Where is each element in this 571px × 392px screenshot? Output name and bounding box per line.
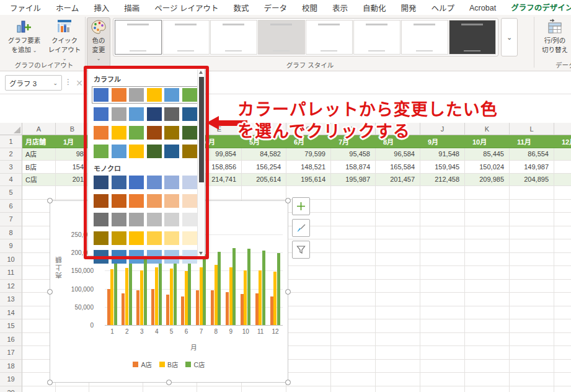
empty-cell[interactable] <box>331 386 376 392</box>
chart-handle-bottom-mid[interactable] <box>166 380 172 385</box>
row-header-14[interactable]: 14 <box>0 306 22 320</box>
row-header-1[interactable]: 1 <box>0 135 22 148</box>
empty-cell[interactable] <box>465 306 510 320</box>
empty-cell[interactable] <box>420 280 465 293</box>
empty-cell[interactable] <box>22 386 56 392</box>
tab-Acrobat[interactable]: Acrobat <box>462 1 503 14</box>
empty-cell[interactable] <box>286 333 331 347</box>
bar-C店-month-11[interactable] <box>262 251 265 325</box>
empty-cell[interactable] <box>286 293 331 306</box>
bar-B店-month-8[interactable] <box>215 265 218 325</box>
empty-cell[interactable] <box>510 253 554 267</box>
empty-cell[interactable] <box>420 360 465 373</box>
tab-グラフのデザイン[interactable]: グラフのデザイン <box>503 0 571 16</box>
bar-B店-month-12[interactable] <box>273 272 277 325</box>
empty-cell[interactable] <box>286 280 331 293</box>
empty-cell[interactable] <box>554 266 571 280</box>
row-header-12[interactable]: 12 <box>0 280 22 293</box>
chart-handle-mid-right[interactable] <box>285 289 291 295</box>
bar-B店-month-7[interactable] <box>200 267 203 325</box>
empty-cell[interactable] <box>376 239 420 253</box>
empty-cell[interactable] <box>376 386 420 392</box>
table-cell[interactable]: 209,985 <box>465 174 510 187</box>
empty-cell[interactable] <box>420 213 465 226</box>
empty-cell[interactable] <box>376 293 420 306</box>
col-header-M[interactable]: M <box>554 123 571 135</box>
empty-cell[interactable] <box>89 386 143 392</box>
empty-cell[interactable] <box>331 253 376 267</box>
empty-cell[interactable] <box>331 319 376 333</box>
empty-cell[interactable] <box>510 226 554 240</box>
empty-cell[interactable] <box>56 386 89 392</box>
row-header-3[interactable]: 3 <box>0 161 22 174</box>
empty-cell[interactable] <box>331 293 376 306</box>
empty-cell[interactable] <box>420 226 465 240</box>
empty-cell[interactable] <box>510 386 554 392</box>
empty-cell[interactable] <box>465 333 510 347</box>
empty-cell[interactable] <box>420 306 465 320</box>
empty-cell[interactable] <box>510 306 554 320</box>
empty-cell[interactable] <box>554 200 571 213</box>
bar-A店-month-12[interactable] <box>270 296 273 325</box>
empty-cell[interactable] <box>465 319 510 333</box>
empty-cell[interactable] <box>554 386 571 392</box>
chart-style-thumb-2[interactable] <box>162 20 210 55</box>
table-cell[interactable]: 204,895 <box>510 174 554 187</box>
bar-A店-month-6[interactable] <box>181 296 184 325</box>
empty-cell[interactable] <box>510 266 554 280</box>
empty-cell[interactable] <box>420 373 465 386</box>
empty-cell[interactable] <box>197 386 242 392</box>
empty-cell[interactable] <box>420 333 465 347</box>
empty-cell[interactable] <box>420 239 465 253</box>
empty-cell[interactable] <box>510 373 554 386</box>
empty-cell[interactable] <box>554 346 571 360</box>
empty-cell[interactable] <box>510 346 554 360</box>
empty-cell[interactable] <box>510 280 554 293</box>
empty-cell[interactable] <box>376 226 420 240</box>
quick-layout-button[interactable]: クイック レイアウト ⌄ <box>46 18 83 62</box>
tab-ページ レイアウト[interactable]: ページ レイアウト <box>147 0 226 16</box>
empty-cell[interactable] <box>286 386 331 392</box>
empty-cell[interactable] <box>376 213 420 226</box>
empty-cell[interactable] <box>465 346 510 360</box>
table-cell[interactable]: 150,024 <box>465 161 510 174</box>
empty-cell[interactable] <box>510 333 554 347</box>
table-cell[interactable]: 195,614 <box>286 174 331 187</box>
table-cell[interactable]: 158,874 <box>331 161 376 174</box>
chart-style-thumb-4[interactable] <box>258 20 305 55</box>
bar-C店-month-10[interactable] <box>247 249 250 325</box>
bar-C店-month-7[interactable] <box>203 254 206 325</box>
bar-B店-month-9[interactable] <box>229 267 232 325</box>
empty-cell[interactable] <box>465 386 510 392</box>
empty-cell[interactable] <box>286 373 331 386</box>
empty-cell[interactable] <box>465 293 510 306</box>
empty-cell[interactable] <box>376 346 420 360</box>
empty-cell[interactable] <box>143 386 197 392</box>
empty-cell[interactable] <box>331 186 376 200</box>
empty-cell[interactable] <box>420 253 465 267</box>
bar-A店-month-5[interactable] <box>166 295 169 325</box>
bar-A店-month-7[interactable] <box>196 290 199 325</box>
empty-cell[interactable] <box>465 200 510 213</box>
col-header-L[interactable]: L <box>510 123 554 135</box>
table-cell[interactable]: 165,584 <box>376 161 420 174</box>
empty-cell[interactable] <box>331 280 376 293</box>
table-cell[interactable]: 9月 <box>420 135 465 148</box>
table-cell[interactable]: 205,614 <box>242 174 286 187</box>
table-cell[interactable] <box>554 148 571 161</box>
empty-cell[interactable] <box>510 239 554 253</box>
row-header-17[interactable]: 17 <box>0 346 22 360</box>
bar-A店-month-11[interactable] <box>255 293 259 325</box>
bar-A店-month-1[interactable] <box>107 289 110 325</box>
change-colors-button[interactable]: 色の 変更 ⌄ <box>87 17 110 67</box>
empty-cell[interactable] <box>376 266 420 280</box>
empty-cell[interactable] <box>286 360 331 373</box>
empty-cell[interactable] <box>286 346 331 360</box>
table-cell[interactable]: 79,599 <box>286 148 331 161</box>
empty-cell[interactable] <box>376 319 420 333</box>
tab-ヘルプ[interactable]: ヘルプ <box>424 0 463 16</box>
empty-cell[interactable] <box>554 253 571 267</box>
chart-style-thumb-5[interactable] <box>306 20 353 55</box>
chart-elements-button[interactable] <box>292 197 310 215</box>
bar-B店-month-10[interactable] <box>244 270 247 325</box>
